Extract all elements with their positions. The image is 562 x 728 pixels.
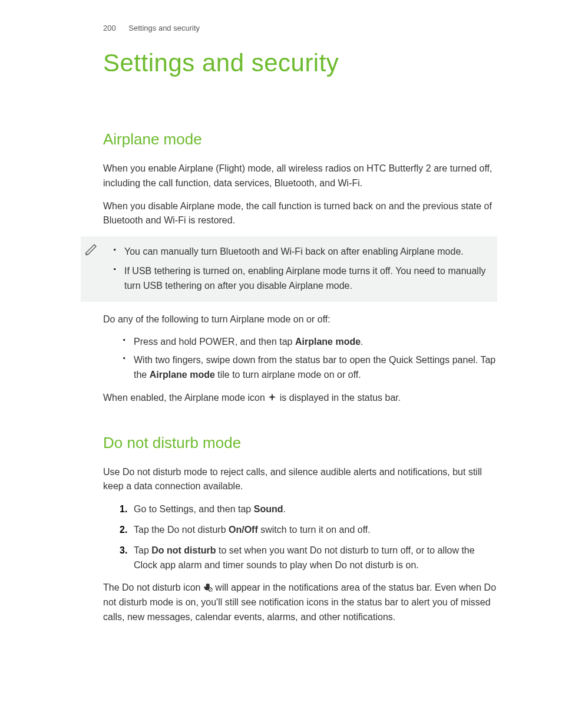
step-item: Tap the Do not disturb On/Off switch to … xyxy=(123,523,497,538)
paragraph: Do any of the following to turn Airplane… xyxy=(103,312,497,327)
page-number: 200 xyxy=(103,24,116,32)
list-item: With two fingers, swipe down from the st… xyxy=(123,353,497,383)
paragraph: The Do not disturb icon will appear in t… xyxy=(103,581,497,624)
step-item: Go to Settings, and then tap Sound. xyxy=(123,502,497,517)
svg-line-1 xyxy=(209,588,211,591)
running-header: 200 Settings and security xyxy=(103,24,497,32)
page-content: 200 Settings and security Settings and s… xyxy=(0,0,562,657)
page-title: Settings and security xyxy=(103,49,497,77)
hand-stop-icon xyxy=(203,582,213,592)
paragraph: When you enable Airplane (Flight) mode, … xyxy=(103,162,497,191)
ordered-steps: Go to Settings, and then tap Sound. Tap … xyxy=(103,502,497,572)
note-callout: You can manually turn Bluetooth and Wi-F… xyxy=(81,236,497,301)
airplane-icon xyxy=(267,393,277,402)
running-title: Settings and security xyxy=(128,24,200,32)
bullet-list: Press and hold POWER, and then tap Airpl… xyxy=(103,335,497,382)
note-list: You can manually turn Bluetooth and Wi-F… xyxy=(114,245,487,293)
step-item: Tap Do not disturb to set when you want … xyxy=(123,543,497,573)
paragraph: When you disable Airplane mode, the call… xyxy=(103,199,497,229)
note-item: You can manually turn Bluetooth and Wi-F… xyxy=(114,245,487,259)
section-heading-airplane: Airplane mode xyxy=(103,130,497,149)
note-item: If USB tethering is turned on, enabling … xyxy=(114,264,487,294)
paragraph: Use Do not disturb mode to reject calls,… xyxy=(103,465,497,495)
list-item: Press and hold POWER, and then tap Airpl… xyxy=(123,335,497,350)
pencil-icon xyxy=(84,242,98,256)
section-heading-dnd: Do not disturb mode xyxy=(103,434,497,452)
paragraph: When enabled, the Airplane mode icon is … xyxy=(103,391,497,406)
